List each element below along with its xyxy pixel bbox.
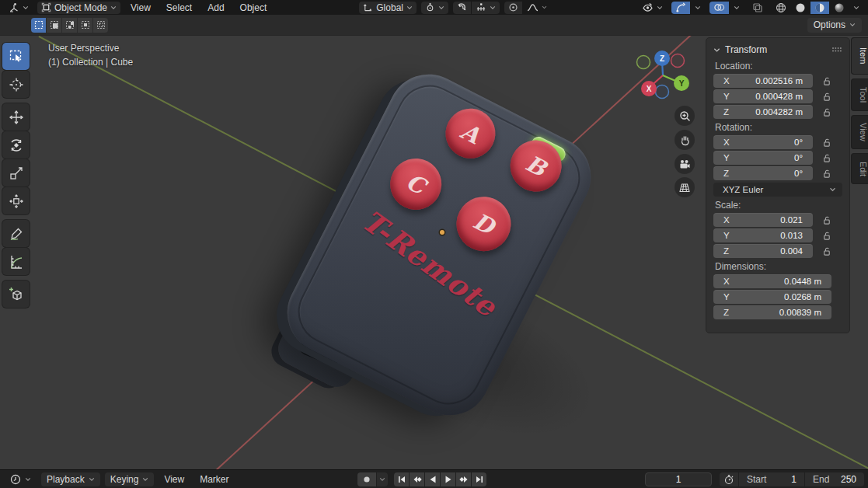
overlays-toggle[interactable]: [709, 2, 729, 14]
scale-z-lock-button[interactable]: [821, 246, 831, 256]
tab-tool[interactable]: Tool: [851, 78, 868, 111]
keying-menu[interactable]: Keying: [105, 472, 155, 486]
proportional-edit-toggle[interactable]: [504, 2, 522, 14]
location-y-lock-button[interactable]: [821, 92, 831, 102]
timeline-editor-selector[interactable]: [5, 472, 37, 486]
tool-add-cube-button[interactable]: [2, 281, 30, 308]
snap-toggle[interactable]: [453, 2, 471, 14]
play-reverse-button[interactable]: [425, 472, 440, 486]
navigation-gizmo[interactable]: Z X Y: [626, 39, 698, 110]
xray-toggle[interactable]: [748, 2, 767, 14]
tool-select-box-button[interactable]: [2, 43, 30, 70]
zoom-view-button[interactable]: [675, 106, 695, 126]
editor-type-selector[interactable]: [5, 2, 33, 14]
tool-scale-button[interactable]: [2, 159, 30, 186]
tool-transform-button[interactable]: [2, 187, 30, 214]
location-y-field[interactable]: Y0.000428 m: [713, 89, 813, 103]
play-button[interactable]: [441, 472, 455, 486]
playback-menu[interactable]: Playback: [41, 472, 100, 486]
overlays-dropdown[interactable]: [730, 2, 744, 14]
auto-keyframe-record-button[interactable]: [357, 472, 376, 486]
select-mode-extend-button[interactable]: [47, 18, 61, 33]
transform-orientation-selector[interactable]: Global: [359, 2, 417, 14]
camera-view-button[interactable]: [675, 154, 695, 174]
tool-cursor-button[interactable]: [2, 71, 30, 98]
select-subtract-icon: [65, 20, 75, 30]
gizmo-axis-z-negative[interactable]: [656, 85, 669, 99]
auto-keyframe-dropdown[interactable]: [377, 472, 388, 486]
shading-dropdown[interactable]: [849, 2, 863, 14]
dimensions-z-field[interactable]: Z0.00839 m: [713, 305, 831, 319]
select-mode-subtract-button[interactable]: [62, 18, 77, 33]
dimensions-x-field[interactable]: X0.0448 m: [713, 274, 831, 288]
rotation-z-field[interactable]: Z0°: [713, 166, 813, 180]
snap-target-selector[interactable]: [472, 2, 500, 14]
select-mode-invert-button[interactable]: [78, 18, 92, 33]
gizmo-axis-x-negative[interactable]: [671, 54, 685, 68]
options-button[interactable]: Options: [807, 18, 862, 33]
mode-selector[interactable]: Object Mode: [37, 2, 120, 14]
select-mode-set-button[interactable]: [31, 18, 46, 33]
panel-grip-icon[interactable]: [831, 47, 842, 53]
start-frame-field[interactable]: Start 1: [739, 472, 804, 486]
shading-material-button[interactable]: [810, 2, 829, 14]
gizmo-axis-x[interactable]: X: [641, 81, 657, 96]
timeline-marker-menu[interactable]: Marker: [194, 472, 234, 486]
transform-panel-header[interactable]: Transform: [713, 42, 842, 58]
timeline-view-menu[interactable]: View: [159, 472, 190, 486]
tab-edit[interactable]: Edit: [851, 153, 868, 184]
gizmo-axis-y[interactable]: Y: [674, 75, 689, 91]
rotation-y-field[interactable]: Y0°: [713, 151, 813, 165]
scale-y-field[interactable]: Y0.013: [713, 228, 813, 242]
shading-wireframe-button[interactable]: [772, 2, 790, 14]
pan-view-button[interactable]: [675, 130, 695, 150]
shading-rendered-button[interactable]: [830, 2, 849, 14]
tool-measure-button[interactable]: [2, 248, 30, 275]
falloff-selector[interactable]: [523, 2, 551, 14]
menu-add[interactable]: Add: [202, 2, 229, 14]
jump-to-end-button[interactable]: [472, 472, 486, 486]
axis-label: X: [713, 138, 735, 147]
scale-x-lock-button[interactable]: [821, 215, 831, 225]
object-visibility-selector[interactable]: [638, 2, 667, 14]
preview-range-toggle[interactable]: [720, 472, 738, 486]
gizmos-dropdown[interactable]: [691, 2, 705, 14]
dimensions-y-field[interactable]: Y0.0268 m: [713, 290, 831, 304]
shading-solid-button[interactable]: [791, 2, 810, 14]
pivot-point-selector[interactable]: [421, 2, 448, 14]
ortho-toggle-button[interactable]: [675, 177, 695, 197]
menu-object[interactable]: Object: [235, 2, 273, 14]
gizmo-axis-z[interactable]: Z: [654, 51, 670, 66]
rotation-y-lock-button[interactable]: [821, 153, 831, 163]
location-x-lock-button[interactable]: [821, 76, 831, 86]
rendered-shading-icon: [834, 2, 845, 13]
dimensions-label: Dimensions:: [715, 261, 842, 272]
scale-z-field[interactable]: Z0.004: [713, 244, 813, 258]
select-mode-intersect-button[interactable]: [93, 18, 108, 33]
tool-move-button[interactable]: [2, 103, 30, 131]
location-z-lock-button[interactable]: [821, 107, 831, 117]
rotation-z-lock-button[interactable]: [821, 169, 831, 179]
gizmos-toggle[interactable]: [671, 2, 690, 14]
jump-to-start-button[interactable]: [394, 472, 409, 486]
rotation-x-field[interactable]: X0°: [713, 135, 813, 149]
location-label: Location:: [715, 61, 842, 71]
gizmo-axis-y-negative[interactable]: [637, 56, 650, 69]
next-keyframe-button[interactable]: [456, 472, 471, 486]
menu-select[interactable]: Select: [161, 2, 197, 14]
location-x-field[interactable]: X0.002516 m: [713, 74, 813, 88]
rotation-x-lock-button[interactable]: [821, 138, 831, 148]
tab-item[interactable]: Item: [851, 37, 868, 75]
tool-rotate-button[interactable]: [2, 131, 30, 159]
field-value: 0.0268 m: [735, 292, 831, 302]
rotation-mode-dropdown[interactable]: XYZ Euler: [713, 183, 842, 197]
scale-x-field[interactable]: X0.021: [713, 213, 813, 227]
tab-view[interactable]: View: [851, 115, 868, 149]
end-frame-field[interactable]: End 250: [805, 472, 864, 486]
scale-y-lock-button[interactable]: [821, 231, 831, 241]
tool-annotate-button[interactable]: [2, 220, 30, 247]
location-z-field[interactable]: Z0.004282 m: [713, 105, 813, 119]
prev-keyframe-button[interactable]: [410, 472, 424, 486]
current-frame-field[interactable]: 1: [645, 472, 712, 486]
menu-view[interactable]: View: [125, 2, 156, 14]
